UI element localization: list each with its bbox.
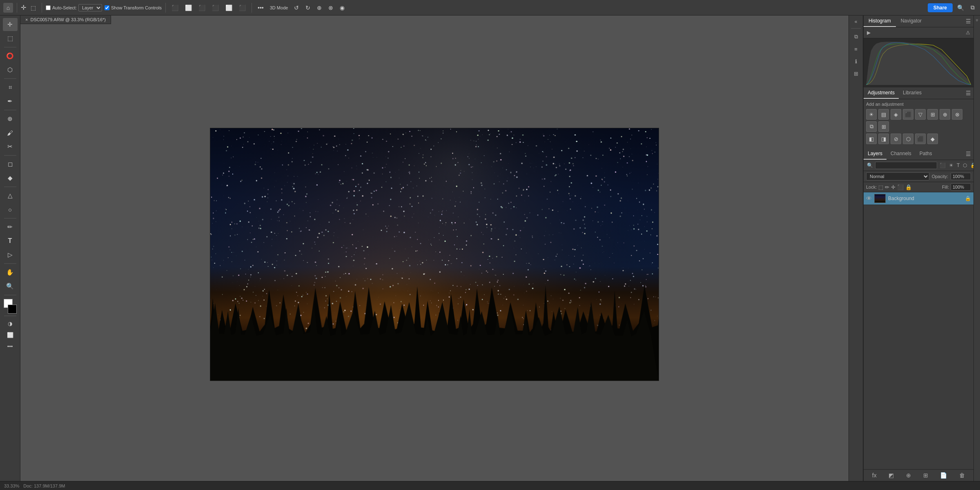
quick-sel-btn[interactable]: ⬡ <box>3 63 18 76</box>
vibrance-adj-btn[interactable]: ▽ <box>915 109 926 120</box>
move-tool-btn[interactable]: ✛ <box>3 18 18 31</box>
dodge-btn[interactable]: ○ <box>3 203 18 216</box>
path-sel-btn[interactable]: ▷ <box>3 248 18 261</box>
photo-filter-btn[interactable]: ⧉ <box>866 121 877 132</box>
lock-transparency-icon[interactable]: ⬚ <box>878 184 883 190</box>
info-icon[interactable]: ℹ <box>850 56 862 67</box>
add-mask-btn[interactable]: ◩ <box>886 471 896 479</box>
collapse-panel-btn[interactable]: » <box>974 19 980 22</box>
new-group-btn[interactable]: ⊞ <box>921 471 930 479</box>
screen-mode-btn[interactable]: ⬜ <box>3 330 18 340</box>
selective-color-btn[interactable]: ◆ <box>927 134 938 144</box>
eyedropper-btn[interactable]: ✒ <box>3 95 18 108</box>
panel-collapse-left[interactable]: « <box>855 18 858 25</box>
brush-tool-btn[interactable]: 🖌 <box>3 126 18 139</box>
adjustments-icon[interactable]: ≡ <box>850 44 862 54</box>
layers-options-icon[interactable]: ☰ <box>963 149 973 159</box>
blend-mode-select[interactable]: Normal <box>866 172 929 180</box>
delete-layer-btn[interactable]: 🗑 <box>957 471 967 479</box>
background-color[interactable] <box>8 305 17 314</box>
color-bal-adj-btn[interactable]: ⊕ <box>940 109 950 120</box>
brightness-adj-btn[interactable]: ☀ <box>866 109 877 120</box>
healing-brush-btn[interactable]: ⊕ <box>3 112 18 125</box>
align-center-icon[interactable]: ⬜ <box>183 4 194 12</box>
lock-position-icon[interactable]: ✛ <box>891 184 895 190</box>
rotate-left-icon[interactable]: ↺ <box>292 4 301 12</box>
3d-mode-btn[interactable]: 3D Mode <box>268 4 290 11</box>
lock-artboard-icon[interactable]: ⬛ <box>897 184 904 190</box>
type-filter-icon[interactable]: T <box>956 162 961 169</box>
new-layer-btn[interactable]: 📄 <box>938 471 949 479</box>
paths-tab[interactable]: Paths <box>915 148 936 160</box>
crop-tool-btn[interactable]: ⌗ <box>3 81 18 94</box>
align-middle-icon[interactable]: ⬜ <box>223 4 234 12</box>
auto-select-checkbox[interactable]: Auto-Select: Layer <box>46 4 102 11</box>
zoom-tool-btn[interactable]: 🔍 <box>3 280 18 293</box>
more-options-icon[interactable]: ••• <box>256 4 266 12</box>
clone-stamp-btn[interactable]: ✂ <box>3 140 18 153</box>
blur-btn[interactable]: △ <box>3 189 18 202</box>
histogram-options-icon[interactable]: ☰ <box>963 16 973 26</box>
marquee-tool-btn[interactable]: ⬚ <box>3 32 18 45</box>
lock-image-icon[interactable]: ✏ <box>885 184 889 190</box>
layers-tab[interactable]: Layers <box>864 148 886 160</box>
show-transform-input[interactable] <box>105 5 109 10</box>
show-transform-checkbox[interactable]: Show Transform Controls <box>105 5 162 10</box>
layer-name-label[interactable]: Background <box>888 196 962 201</box>
marquee-icon[interactable]: ⬚ <box>29 4 38 12</box>
adjustments-options-icon[interactable]: ☰ <box>963 88 973 98</box>
search-icon[interactable]: 🔍 <box>955 4 966 12</box>
navigator-tab[interactable]: Navigator <box>896 16 927 27</box>
align-left-icon[interactable]: ⬛ <box>169 4 180 12</box>
type-tool-btn[interactable]: T <box>3 234 18 247</box>
exposure-adj-btn[interactable]: ⬛ <box>903 109 913 120</box>
channel-mix-btn[interactable]: ⊞ <box>878 121 889 132</box>
pixel-filter-icon[interactable]: ⬛ <box>938 162 947 169</box>
document-close-btn[interactable]: × <box>25 17 28 22</box>
share-button[interactable]: Share <box>928 3 953 12</box>
gradient-btn[interactable]: ◆ <box>3 172 18 185</box>
smart-filter-icon[interactable]: 🔒 <box>969 162 973 169</box>
background-layer[interactable]: 👁 Background 🔒 <box>864 192 973 205</box>
rotate-right-icon[interactable]: ↻ <box>303 4 312 12</box>
opacity-input[interactable] <box>951 173 971 180</box>
lasso-tool-btn[interactable]: ⭕ <box>3 49 18 62</box>
invert-adj-btn[interactable]: ◨ <box>878 134 889 144</box>
auto-select-input[interactable] <box>46 5 51 10</box>
hue-sat-adj-btn[interactable]: ⊞ <box>927 109 938 120</box>
fill-input[interactable] <box>951 183 971 191</box>
warp-icon[interactable]: ⊕ <box>315 4 324 12</box>
shape-filter-icon[interactable]: ⬡ <box>962 162 968 169</box>
lock-all-icon[interactable]: 🔒 <box>905 184 912 190</box>
kind-search-input[interactable] <box>875 162 937 169</box>
libraries-tab[interactable]: Libraries <box>899 87 926 99</box>
layers-icon[interactable]: ⊞ <box>850 68 862 79</box>
histogram-tab[interactable]: Histogram <box>864 16 896 27</box>
align-top-icon[interactable]: ⬛ <box>210 4 221 12</box>
new-fill-layer-btn[interactable]: ⊕ <box>904 471 913 479</box>
quick-mask-btn[interactable]: ◑ <box>3 318 18 329</box>
channels-tab[interactable]: Channels <box>886 148 915 160</box>
threshold-btn[interactable]: ⬡ <box>903 134 913 144</box>
pen-tool-btn[interactable]: ✏ <box>3 220 18 234</box>
layer-visibility-toggle[interactable]: 👁 <box>866 195 872 202</box>
extra-tools-btn[interactable]: ••• <box>3 341 18 352</box>
play-icon[interactable]: ▶ <box>866 29 871 36</box>
transform-icon[interactable]: ⊗ <box>326 4 335 12</box>
search-layers-icon[interactable]: 🔍 <box>866 162 874 169</box>
layer-select[interactable]: Layer <box>78 4 102 11</box>
posterize-btn[interactable]: ⊘ <box>891 134 901 144</box>
adjustment-filter-icon[interactable]: ☀ <box>948 162 955 169</box>
curves-adj-btn[interactable]: ◈ <box>891 109 901 120</box>
video-icon[interactable]: ◉ <box>338 4 347 12</box>
hand-tool-btn[interactable]: ✋ <box>3 266 18 279</box>
add-layer-style-btn[interactable]: fx <box>870 471 879 479</box>
image-canvas[interactable] <box>210 128 659 381</box>
align-bottom-icon[interactable]: ⬛ <box>237 4 248 12</box>
adjustments-tab[interactable]: Adjustments <box>864 87 899 99</box>
levels-adj-btn[interactable]: ▤ <box>878 109 889 120</box>
eraser-btn[interactable]: ◻ <box>3 158 18 171</box>
home-icon[interactable]: ⌂ <box>3 3 13 13</box>
color-lookup-btn[interactable]: ◧ <box>866 134 877 144</box>
gradient-map-btn[interactable]: ⬛ <box>915 134 926 144</box>
